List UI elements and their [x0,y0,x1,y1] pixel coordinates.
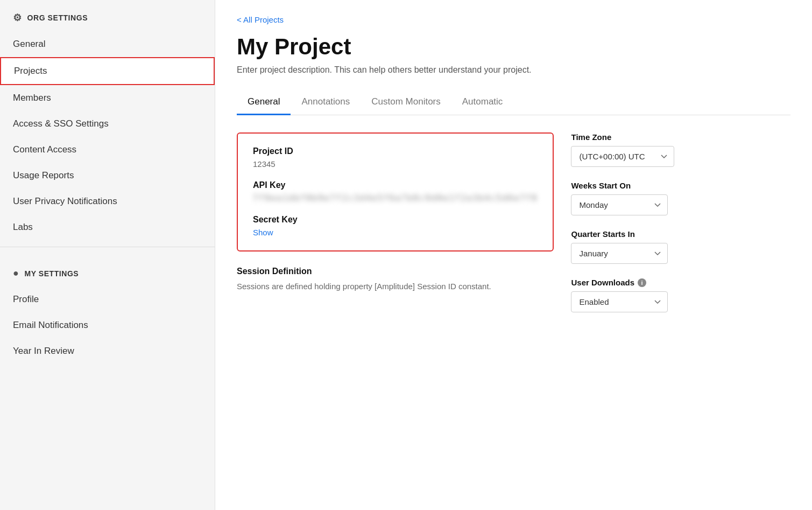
org-settings-label: ORG SETTINGS [27,13,88,22]
tab-custom-monitors[interactable]: Custom Monitors [361,90,451,115]
project-id-value: 12345 [253,159,538,169]
user-icon: ● [13,268,19,279]
sidebar-item-email-notifications[interactable]: Email Notifications [0,312,215,338]
secret-key-field: Secret Key Show [253,215,538,237]
sidebar-item-projects[interactable]: Projects [0,57,215,85]
weeks-start-label: Weeks Start On [571,181,790,190]
user-downloads-text: User Downloads [571,278,634,287]
api-key-value: 7f9ea1dbf0b9e7f2c3d4e5f6a7b8c9d0e1f2a3b4… [253,193,538,203]
tabs: General Annotations Custom Monitors Auto… [237,90,790,115]
sidebar-item-labs[interactable]: Labs [0,214,215,240]
sidebar-item-content-access[interactable]: Content Access [0,137,215,163]
quarter-starts-select[interactable]: January February March April [571,243,668,264]
right-panel: Time Zone (UTC+00:00) UTC (UTC-05:00) Ea… [571,132,790,326]
info-icon: i [638,278,646,287]
sidebar-item-year-in-review[interactable]: Year In Review [0,338,215,364]
quarter-starts-group: Quarter Starts In January February March… [571,229,790,264]
session-section: Session Definition Sessions are defined … [237,264,554,295]
org-settings-header: ⚙ ORG SETTINGS [0,0,215,31]
content-grid: Project ID 12345 API Key 7f9ea1dbf0b9e7f… [237,132,790,326]
session-description: Sessions are defined holding property [A… [237,281,554,293]
tab-general[interactable]: General [237,90,291,115]
my-settings-label: MY SETTINGS [24,269,79,278]
back-link[interactable]: < All Projects [237,15,284,24]
left-panel: Project ID 12345 API Key 7f9ea1dbf0b9e7f… [237,132,554,295]
sidebar-item-members[interactable]: Members [0,85,215,111]
sidebar-item-user-privacy[interactable]: User Privacy Notifications [0,188,215,214]
page-title: My Project [237,34,790,60]
sidebar-divider [0,247,215,247]
project-info-box: Project ID 12345 API Key 7f9ea1dbf0b9e7f… [237,132,554,251]
quarter-starts-label: Quarter Starts In [571,229,790,239]
sidebar: ⚙ ORG SETTINGS General Projects Members … [0,0,215,510]
secret-key-label: Secret Key [253,215,538,225]
user-downloads-label-text: User Downloads i [571,278,790,287]
sidebar-item-general[interactable]: General [0,31,215,57]
weeks-start-group: Weeks Start On Monday Sunday Saturday [571,181,790,215]
tab-annotations[interactable]: Annotations [291,90,361,115]
sidebar-item-usage-reports[interactable]: Usage Reports [0,163,215,188]
gear-icon: ⚙ [13,12,22,24]
session-label: Session Definition [237,267,554,276]
user-downloads-label: User Downloads i [571,278,790,287]
my-settings-header: ● MY SETTINGS [0,256,215,287]
api-key-field: API Key 7f9ea1dbf0b9e7f2c3d4e5f6a7b8c9d0… [253,180,538,203]
user-downloads-select[interactable]: Enabled Disabled [571,291,668,312]
tab-automatic[interactable]: Automatic [451,90,514,115]
show-secret-key-link[interactable]: Show [253,228,273,237]
user-downloads-group: User Downloads i Enabled Disabled [571,278,790,312]
api-key-label: API Key [253,180,538,190]
time-zone-label: Time Zone [571,132,790,142]
time-zone-select[interactable]: (UTC+00:00) UTC (UTC-05:00) Eastern (UTC… [571,146,674,167]
sidebar-item-access-sso[interactable]: Access & SSO Settings [0,111,215,137]
weeks-start-select[interactable]: Monday Sunday Saturday [571,194,668,215]
time-zone-group: Time Zone (UTC+00:00) UTC (UTC-05:00) Ea… [571,132,790,167]
project-id-field: Project ID 12345 [253,146,538,169]
page-description: Enter project description. This can help… [237,65,790,75]
project-id-label: Project ID [253,146,538,156]
main-content: < All Projects My Project Enter project … [215,0,812,510]
sidebar-item-profile[interactable]: Profile [0,287,215,312]
